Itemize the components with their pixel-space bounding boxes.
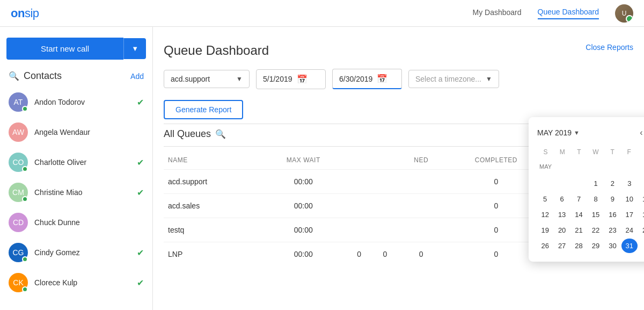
contact-name: Andon Todorov (34, 98, 130, 106)
calendar-day[interactable]: 11 (639, 192, 644, 206)
status-dot (22, 286, 28, 292)
table-column-header: NAME (164, 151, 260, 170)
calendar-day[interactable]: 30 (605, 239, 620, 253)
end-date-input[interactable]: 6/30/2019 📅 (332, 69, 402, 89)
table-cell (398, 194, 444, 218)
all-queues-title: All Queues (164, 128, 211, 140)
start-date-input[interactable]: 5/1/2019 📅 (256, 69, 326, 89)
contact-name: Charlotte Oliver (34, 158, 130, 167)
calendar-day[interactable]: 15 (588, 207, 603, 222)
calendar-day[interactable]: 5 (537, 192, 553, 206)
table-cell (372, 218, 398, 242)
new-call-bar: Start new call ▼ (6, 38, 146, 60)
calendar-grid: MAY1234567891011121314151617181920212223… (537, 160, 644, 253)
contact-item[interactable]: CCCorner Conference Room✔ (0, 298, 152, 300)
nav-my-dashboard[interactable]: My Dashboard (473, 8, 522, 19)
calendar-prev-button[interactable]: ‹ (638, 126, 644, 140)
calendar-day[interactable]: 8 (588, 192, 603, 206)
contact-name: Angela Wendaur (34, 128, 144, 136)
table-cell (346, 194, 372, 218)
status-dot (22, 196, 28, 202)
calendar-day[interactable]: 21 (571, 223, 587, 237)
calendar-day[interactable]: 13 (554, 207, 569, 222)
cal-day-header: F (621, 146, 638, 158)
calendar-day[interactable]: 23 (605, 223, 620, 237)
calendar-day[interactable]: 2 (605, 176, 620, 191)
online-check-icon: ✔ (137, 97, 144, 107)
online-check-icon: ✔ (137, 248, 144, 258)
online-check-icon: ✔ (137, 278, 144, 288)
nav-queue-dashboard[interactable]: Queue Dashboard (538, 8, 599, 19)
calendar-day[interactable]: 26 (537, 239, 553, 253)
contacts-title: Contacts (24, 70, 62, 82)
calendar-day[interactable]: 4 (639, 176, 644, 191)
close-reports-link[interactable]: Close Reports (586, 43, 633, 52)
calendar-day[interactable]: 14 (571, 207, 587, 222)
queue-select[interactable]: acd.support ▼ (164, 70, 250, 88)
queue-select-arrow: ▼ (236, 75, 243, 83)
contact-name: Chuck Dunne (34, 218, 144, 227)
header-nav: My Dashboard Queue Dashboard U (473, 4, 633, 23)
calendar-day[interactable]: 27 (554, 239, 569, 253)
calendar-day[interactable]: 1 (588, 176, 603, 191)
timezone-select[interactable]: Select a timezone... ▼ (408, 70, 499, 88)
table-cell (346, 170, 372, 194)
cal-day-header: T (570, 146, 587, 158)
calendar-day[interactable]: 6 (554, 192, 569, 206)
calendar-day[interactable]: 28 (571, 239, 587, 253)
calendar-day[interactable]: 25 (639, 223, 644, 237)
calendar-day[interactable]: 7 (571, 192, 587, 206)
calendar-day[interactable]: 20 (554, 223, 569, 237)
end-date-calendar-icon: 📅 (377, 74, 387, 84)
calendar-day[interactable]: 3 (621, 176, 637, 191)
status-dot (22, 106, 28, 112)
all-queues-search-icon[interactable]: 🔍 (215, 129, 226, 139)
calendar-day (554, 176, 569, 191)
timezone-placeholder: Select a timezone... (415, 75, 481, 83)
cal-day-header: T (604, 146, 621, 158)
contact-avatar: CK (9, 273, 28, 292)
contact-item[interactable]: CKClorece Kulp✔ (0, 268, 152, 298)
timezone-arrow: ▼ (486, 75, 492, 83)
user-avatar[interactable]: U (615, 4, 633, 23)
start-new-call-button[interactable]: Start new call (6, 38, 123, 60)
month-dropdown-icon[interactable]: ▼ (574, 129, 580, 136)
calendar-day[interactable]: 12 (537, 207, 553, 222)
contacts-title-area: 🔍 Contacts (9, 70, 62, 82)
table-cell: 00:00 (260, 242, 346, 266)
table-cell: acd.sales (164, 194, 260, 218)
add-contact-link[interactable]: Add (130, 72, 144, 81)
calendar-day[interactable]: 17 (621, 207, 637, 222)
calendar-day[interactable]: 29 (588, 239, 603, 253)
new-call-dropdown-button[interactable]: ▼ (123, 38, 146, 59)
end-date-value: 6/30/2019 (339, 75, 372, 83)
calendar-day[interactable]: 31 (621, 239, 637, 253)
contact-name: Christine Miao (34, 188, 130, 197)
table-column-header: NED (398, 151, 444, 170)
calendar-day[interactable]: 22 (588, 223, 603, 237)
calendar-day[interactable]: 19 (537, 223, 553, 237)
calendar-day[interactable]: 24 (621, 223, 637, 237)
contact-item[interactable]: CMChristine Miao✔ (0, 177, 152, 207)
contact-avatar: CO (9, 153, 28, 172)
calendar-day[interactable]: 9 (605, 192, 620, 206)
search-icon[interactable]: 🔍 (9, 71, 19, 81)
cal-month-label: MAY (537, 160, 644, 173)
contact-item[interactable]: COCharlotte Oliver✔ (0, 147, 152, 177)
contact-item[interactable]: CDChuck Dunne (0, 207, 152, 237)
calendar-day[interactable]: 10 (621, 192, 637, 206)
contact-item[interactable]: CGCindy Gomez✔ (0, 237, 152, 268)
calendar-dropdown: MAY 2019 ▼ ‹ › SMTWTFS MAY12345678910111… (529, 117, 644, 262)
contact-item[interactable]: AWAngela Wendaur (0, 117, 152, 147)
cal-day-header: S (638, 146, 644, 158)
table-cell: 0 (398, 242, 444, 266)
generate-report-button[interactable]: Generate Report (164, 100, 243, 119)
calendar-day (537, 176, 553, 191)
calendar-day[interactable]: 18 (639, 207, 644, 222)
calendar-day[interactable]: 16 (605, 207, 620, 222)
status-dot (22, 256, 28, 262)
contact-item[interactable]: ATAndon Todorov✔ (0, 87, 152, 117)
main-content: Queue Dashboard Close Reports acd.suppor… (153, 27, 644, 310)
table-column-header (372, 151, 398, 170)
contact-name: Cindy Gomez (34, 248, 130, 257)
